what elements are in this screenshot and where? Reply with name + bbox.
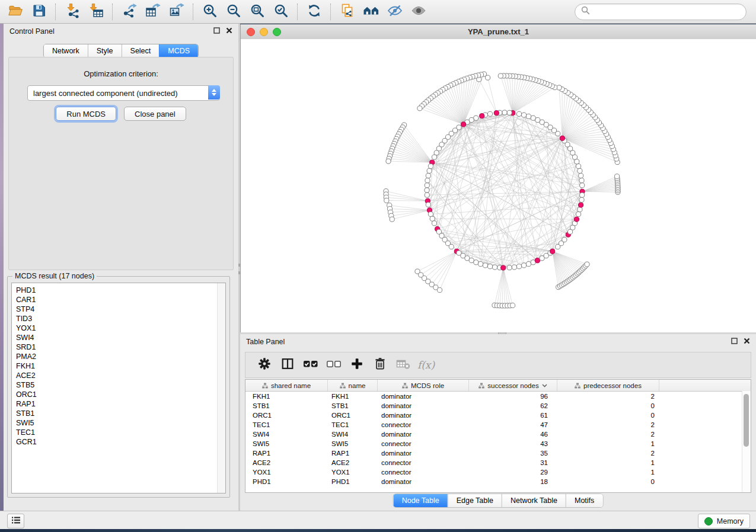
run-mcds-button[interactable]: Run MCDS: [56, 107, 116, 121]
export-table-button[interactable]: [141, 1, 165, 23]
cell-successor-nodes[interactable]: 61: [469, 412, 557, 419]
zoom-fit-button[interactable]: [245, 1, 269, 23]
table-row[interactable]: SWI5SWI5connector431: [245, 439, 751, 448]
optimization-criterion-select[interactable]: largest connected component (undirected): [27, 85, 220, 101]
cell-successor-nodes[interactable]: 96: [469, 393, 557, 400]
table-scrollbar[interactable]: [742, 391, 751, 492]
cell-mcds-role[interactable]: dominator: [378, 478, 469, 485]
task-history-button[interactable]: [7, 514, 24, 528]
create-column-button[interactable]: [345, 354, 368, 376]
result-list-item[interactable]: SWI5: [16, 418, 225, 428]
cell-shared-name[interactable]: ACE2: [245, 459, 328, 466]
cell-name[interactable]: SWI5: [328, 440, 378, 447]
table-scrollbar-thumb[interactable]: [744, 394, 749, 447]
tab-mcds[interactable]: MCDS: [159, 44, 198, 57]
cell-name[interactable]: ACE2: [328, 459, 378, 466]
result-list-item[interactable]: STP4: [16, 305, 225, 314]
result-list-item[interactable]: ACE2: [16, 371, 225, 380]
cell-mcds-role[interactable]: connector: [378, 440, 469, 447]
cell-mcds-role[interactable]: dominator: [378, 450, 469, 457]
tab-network[interactable]: Network: [44, 44, 88, 57]
result-list-item[interactable]: TEC1: [16, 428, 225, 437]
network-canvas[interactable]: [241, 39, 756, 332]
result-list-item[interactable]: STB5: [16, 380, 225, 390]
window-minimize-traffic-light[interactable]: [260, 28, 268, 36]
table-row[interactable]: FKH1FKH1dominator962: [245, 392, 751, 401]
cell-successor-nodes[interactable]: 18: [469, 478, 557, 485]
cell-shared-name[interactable]: PHD1: [245, 478, 328, 485]
cell-successor-nodes[interactable]: 46: [469, 431, 557, 438]
show-column-panel-button[interactable]: [276, 354, 299, 376]
table-row[interactable]: YOX1YOX1connector291: [245, 467, 751, 477]
export-network-button[interactable]: [117, 1, 141, 23]
cell-successor-nodes[interactable]: 62: [469, 402, 557, 409]
table-row[interactable]: ORC1ORC1dominator610: [245, 411, 751, 420]
cell-successor-nodes[interactable]: 35: [469, 450, 557, 457]
delete-column-button[interactable]: [368, 354, 391, 376]
result-list-item[interactable]: TID3: [16, 314, 225, 323]
hide-selected-button[interactable]: [383, 1, 407, 23]
cell-name[interactable]: YOX1: [328, 469, 378, 476]
cell-name[interactable]: STB1: [328, 402, 378, 409]
import-network-button[interactable]: [60, 1, 84, 23]
cell-predecessor-nodes[interactable]: 2: [557, 450, 659, 457]
window-close-traffic-light[interactable]: [247, 28, 255, 36]
cell-predecessor-nodes[interactable]: 0: [557, 412, 659, 419]
zoom-out-button[interactable]: [222, 1, 245, 23]
first-neighbors-button[interactable]: [359, 1, 383, 23]
cell-predecessor-nodes[interactable]: 0: [557, 478, 659, 485]
cell-name[interactable]: SWI4: [328, 431, 378, 438]
zoom-in-button[interactable]: [198, 1, 222, 23]
result-list-scrollbar[interactable]: [217, 283, 225, 493]
result-list-item[interactable]: SWI4: [16, 333, 225, 342]
cell-shared-name[interactable]: ORC1: [245, 412, 328, 419]
table-row[interactable]: RAP1RAP1dominator352: [245, 448, 751, 458]
save-session-button[interactable]: [27, 1, 51, 23]
cell-shared-name[interactable]: STB1: [245, 402, 328, 409]
node-table[interactable]: shared namenameMCDS rolesuccessor nodesp…: [245, 379, 751, 493]
cell-shared-name[interactable]: SWI5: [245, 440, 328, 447]
window-zoom-traffic-light[interactable]: [273, 28, 281, 36]
search-input[interactable]: [594, 7, 740, 17]
cell-predecessor-nodes[interactable]: 2: [557, 393, 659, 400]
tab-edge-table[interactable]: Edge Table: [448, 494, 502, 507]
cell-name[interactable]: FKH1: [328, 393, 378, 400]
export-image-button[interactable]: [165, 1, 189, 23]
table-row[interactable]: TEC1TEC1connector472: [245, 420, 751, 430]
cell-mcds-role[interactable]: connector: [378, 469, 469, 476]
cell-mcds-role[interactable]: dominator: [378, 402, 469, 409]
cell-predecessor-nodes[interactable]: 1: [557, 440, 659, 447]
mcds-result-list[interactable]: PHD1CAR1STP4TID3YOX1SWI4SRD1PMA2FKH1ACE2…: [11, 283, 226, 493]
cell-mcds-role[interactable]: dominator: [378, 412, 469, 419]
cell-successor-nodes[interactable]: 29: [469, 469, 557, 476]
cell-name[interactable]: PHD1: [328, 478, 378, 485]
open-session-button[interactable]: [4, 1, 27, 23]
tab-style[interactable]: Style: [88, 44, 122, 57]
cell-mcds-role[interactable]: dominator: [378, 431, 469, 438]
cell-shared-name[interactable]: RAP1: [245, 450, 328, 457]
cell-successor-nodes[interactable]: 31: [469, 459, 557, 466]
result-list-item[interactable]: SRD1: [16, 342, 225, 352]
column-header-predecessor-nodes[interactable]: predecessor nodes: [557, 380, 659, 391]
table-row[interactable]: ACE2ACE2connector311: [245, 458, 751, 467]
select-all-rows-button[interactable]: [299, 354, 322, 376]
tab-select[interactable]: Select: [122, 44, 160, 57]
cell-successor-nodes[interactable]: 47: [469, 421, 557, 428]
result-list-item[interactable]: PMA2: [16, 352, 225, 361]
result-list-item[interactable]: ORC1: [16, 390, 225, 399]
cell-shared-name[interactable]: YOX1: [245, 469, 328, 476]
column-header-name[interactable]: name: [328, 380, 378, 391]
memory-button[interactable]: Memory: [698, 514, 750, 528]
cell-mcds-role[interactable]: connector: [378, 459, 469, 466]
select-stepper-icon[interactable]: [208, 85, 220, 100]
close-panel-icon[interactable]: [226, 27, 232, 36]
column-header-shared-name[interactable]: shared name: [245, 380, 328, 391]
cell-predecessor-nodes[interactable]: 2: [557, 431, 659, 438]
cell-name[interactable]: TEC1: [328, 421, 378, 428]
close-panel-button[interactable]: Close panel: [124, 107, 186, 121]
table-settings-button[interactable]: [253, 354, 276, 376]
column-header-mcds-role[interactable]: MCDS role: [378, 380, 469, 391]
tab-node-table[interactable]: Node Table: [394, 494, 448, 507]
network-search-box[interactable]: [575, 4, 747, 20]
zoom-selected-button[interactable]: [269, 1, 293, 23]
